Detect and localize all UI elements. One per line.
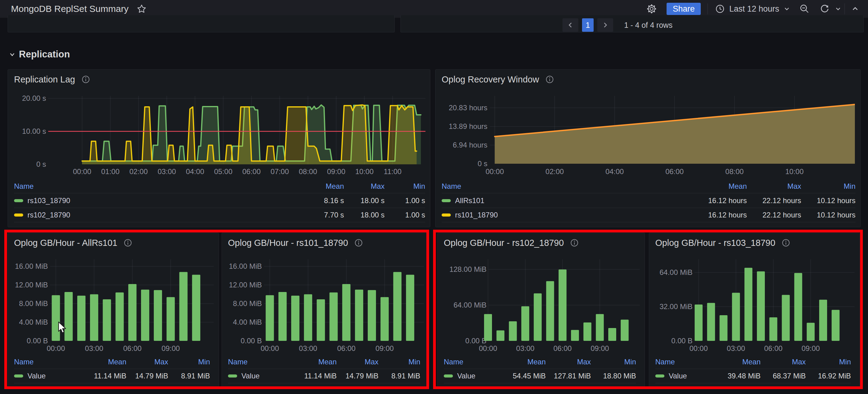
refresh-icon[interactable]	[819, 4, 830, 14]
time-range-label: Last 12 hours	[729, 4, 779, 14]
panel-title[interactable]: Oplog GB/Hour - rs103_18790	[655, 238, 775, 248]
panel-replication-lag: Replication Lag 20.00 s10.00 s0 s00:0001…	[8, 69, 430, 227]
oplog-allrs101-chart[interactable]: 16.00 MiB12.00 MiB8.00 MiB4.00 MiB0.00 B…	[11, 254, 216, 355]
legend-header: NameMeanMaxMin	[655, 355, 851, 369]
star-icon[interactable]	[136, 4, 147, 14]
legend-min-value: 1.00 s	[384, 196, 425, 205]
legend-col-name: Name	[655, 358, 715, 366]
grafana-dashboard: MongoDB ReplSet Summary Share Last 12 ho…	[0, 0, 868, 394]
refresh-interval-chevron-icon[interactable]	[835, 5, 841, 12]
legend-series-toggle[interactable]: Value	[228, 372, 295, 380]
toolbar-divider	[844, 3, 845, 15]
legend-mean-value: 11.14 MiB	[85, 372, 126, 380]
legend-col-min: Min	[168, 358, 210, 366]
svg-text:08:00: 08:00	[299, 167, 317, 176]
oplog-rs102-chart[interactable]: 128.00 MiB64.00 MiB0.00 B00:0003:0006:00…	[441, 254, 642, 355]
legend-col-min: Min	[384, 182, 425, 191]
legend-series-toggle[interactable]: AllRs101	[442, 196, 692, 205]
legend-min-value: 8.91 MiB	[378, 372, 420, 380]
info-icon[interactable]	[81, 75, 90, 84]
svg-text:06:00: 06:00	[665, 167, 684, 176]
zoom-out-icon[interactable]	[799, 4, 810, 14]
series-color-swatch	[14, 214, 23, 217]
info-icon[interactable]	[123, 238, 132, 247]
legend-series-name: rs103_18790	[28, 196, 70, 205]
section-row-replication[interactable]: Replication	[8, 49, 70, 60]
legend-min-value: 10.12 hours	[801, 211, 856, 219]
svg-text:00:00: 00:00	[47, 344, 65, 353]
legend-max-value: 14.79 MiB	[337, 372, 378, 380]
info-icon[interactable]	[570, 238, 579, 247]
legend-mean-value: 16.12 hours	[692, 196, 747, 205]
share-button[interactable]: Share	[666, 3, 701, 15]
legend-max-value: 68.37 MiB	[761, 372, 806, 380]
svg-text:00:00: 00:00	[73, 167, 91, 176]
svg-text:01:00: 01:00	[101, 167, 119, 176]
panel-title[interactable]: Replication Lag	[14, 75, 75, 85]
svg-text:0.00 B: 0.00 B	[241, 337, 262, 345]
table-panel-partial-left	[8, 15, 395, 32]
legend-series-toggle[interactable]: rs103_18790	[14, 196, 303, 205]
oplog-rs101-chart[interactable]: 16.00 MiB12.00 MiB8.00 MiB4.00 MiB0.00 B…	[225, 254, 426, 355]
legend-series-toggle[interactable]: rs102_18790	[14, 211, 303, 219]
legend-max-value: 127.81 MiB	[546, 372, 591, 380]
svg-text:0.00 B: 0.00 B	[465, 337, 487, 345]
legend-min-value: 8.91 MiB	[168, 372, 210, 380]
settings-gear-icon[interactable]	[646, 4, 657, 14]
panel-oplog-rs102: Oplog GB/Hour - rs102_18790 128.00 MiB64…	[437, 233, 645, 387]
info-icon[interactable]	[545, 75, 554, 84]
pagination-prev-button[interactable]	[562, 18, 578, 32]
time-range-picker[interactable]: Last 12 hours	[715, 4, 790, 14]
legend-header: NameMeanMaxMin	[228, 355, 420, 369]
svg-text:11:00: 11:00	[384, 167, 401, 176]
replication-lag-chart[interactable]: 20.00 s10.00 s0 s00:0001:0002:0003:0004:…	[11, 91, 428, 179]
legend-series-name: rs102_18790	[28, 211, 70, 219]
svg-text:6.94 hours: 6.94 hours	[453, 141, 488, 149]
legend-col-name: Name	[442, 182, 692, 191]
svg-text:8.00 MiB: 8.00 MiB	[19, 299, 48, 308]
svg-text:4.00 MiB: 4.00 MiB	[233, 318, 262, 326]
legend-col-max: Max	[546, 358, 591, 366]
legend-max-value: 22.12 hours	[747, 211, 801, 219]
oplog-recovery-window-chart[interactable]: 20.83 hours13.89 hours6.94 hours0 s00:00…	[439, 91, 858, 179]
panel-title[interactable]: Oplog GB/Hour - AllRs101	[14, 238, 117, 248]
legend-col-mean: Mean	[303, 182, 344, 191]
info-icon[interactable]	[354, 238, 363, 247]
legend-series-name: rs101_18790	[455, 211, 498, 219]
pagination-next-button[interactable]	[597, 18, 613, 32]
panel-oplog-rs101: Oplog GB/Hour - rs101_18790 16.00 MiB12.…	[222, 233, 429, 387]
oplog-rs103-chart[interactable]: 64.00 MiB32.00 MiB0.00 B00:0003:0006:000…	[652, 254, 857, 355]
legend-max-value: 22.12 hours	[747, 196, 801, 205]
legend-row: AllRs10116.12 hours22.12 hours10.12 hour…	[442, 193, 856, 208]
legend-series-toggle[interactable]: rs101_18790	[442, 211, 692, 219]
legend-series-toggle[interactable]: Value	[14, 372, 85, 380]
legend-series-toggle[interactable]: Value	[444, 372, 500, 380]
series-color-swatch	[444, 374, 453, 377]
legend-series-toggle[interactable]: Value	[655, 372, 715, 380]
svg-text:04:00: 04:00	[186, 167, 204, 176]
legend: NameMeanMaxMinAllRs10116.12 hours22.12 h…	[442, 179, 856, 222]
svg-text:05:00: 05:00	[214, 167, 232, 176]
legend-mean-value: 8.16 s	[303, 196, 344, 205]
panel-title[interactable]: Oplog GB/Hour - rs101_18790	[228, 238, 348, 248]
svg-text:06:00: 06:00	[337, 344, 355, 353]
svg-text:07:00: 07:00	[271, 167, 289, 176]
legend-max-value: 14.79 MiB	[126, 372, 168, 380]
info-icon[interactable]	[781, 238, 790, 247]
pagination-page-1-button[interactable]: 1	[582, 18, 594, 32]
panel-title[interactable]: Oplog Recovery Window	[442, 75, 539, 85]
svg-text:128.00 MiB: 128.00 MiB	[450, 265, 487, 273]
legend-col-max: Max	[747, 182, 801, 191]
collapse-chevron-up-icon[interactable]	[851, 5, 860, 13]
svg-text:00:00: 00:00	[479, 344, 497, 353]
dashboard-title[interactable]: MongoDB ReplSet Summary	[11, 4, 128, 14]
svg-text:10:00: 10:00	[785, 167, 804, 176]
legend-col-mean: Mean	[715, 358, 761, 366]
svg-text:06:00: 06:00	[764, 344, 782, 353]
svg-text:64.00 MiB: 64.00 MiB	[659, 268, 692, 276]
legend: NameMeanMaxMinValue39.48 MiB68.37 MiB16.…	[655, 355, 851, 383]
series-color-swatch	[655, 374, 664, 377]
legend-col-max: Max	[337, 358, 378, 366]
time-range-chevron-down-icon	[783, 5, 790, 12]
panel-title[interactable]: Oplog GB/Hour - rs102_18790	[444, 238, 564, 248]
